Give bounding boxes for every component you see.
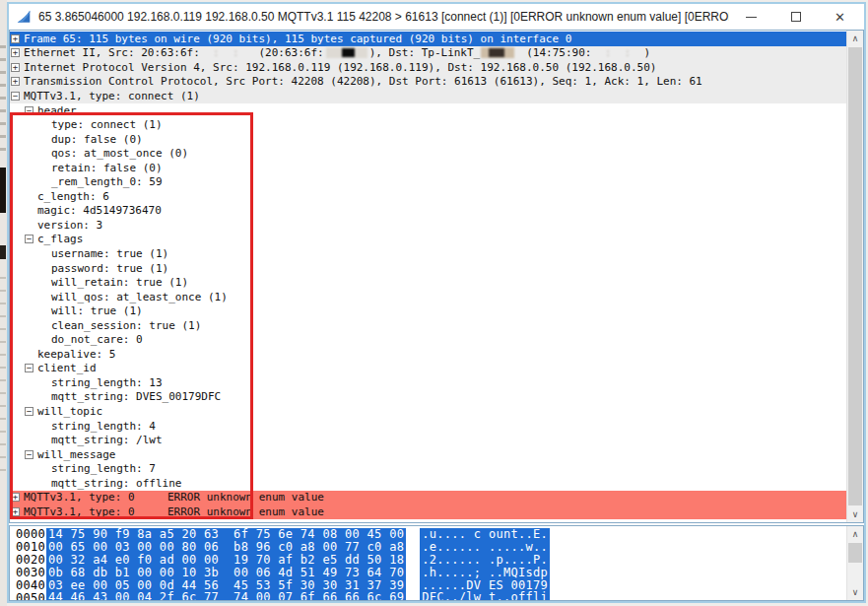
hex-row[interactable]: 00300b 68 db b1 00 00 10 3b 00 06 4d 51 … bbox=[10, 567, 846, 579]
hex-row[interactable]: 000014 75 90 f9 8a a5 20 63 6f 75 6e 74 … bbox=[10, 528, 846, 541]
hex-row[interactable]: 005044 46 43 00 04 2f 6c 77 74 00 07 6f … bbox=[10, 591, 846, 601]
tree-row[interactable]: qos: at_most_once (0) bbox=[10, 146, 846, 161]
tree-row[interactable]: mqtt_string: offline bbox=[10, 476, 846, 491]
tree-row[interactable]: do_not_care: 0 bbox=[10, 332, 846, 347]
tree-row-label: keepalive: 5 bbox=[37, 348, 115, 361]
hex-scrollbar[interactable]: ∧ ∨ bbox=[846, 526, 863, 600]
tree-row-label: clean_session: true (1) bbox=[51, 319, 201, 332]
tree-row[interactable]: will_retain: true (1) bbox=[10, 275, 846, 290]
tree-row-will-message[interactable]: −will_message bbox=[10, 447, 846, 462]
tree-row-label: will_topic bbox=[37, 405, 102, 418]
tree-row-client-id[interactable]: −client_id bbox=[10, 362, 846, 376]
expander-icon[interactable]: − bbox=[25, 450, 33, 459]
hex-offset: 0050 bbox=[16, 591, 46, 601]
expander-icon[interactable]: + bbox=[11, 63, 20, 72]
hex-ascii[interactable]: .u.... c ount..E. bbox=[420, 528, 550, 541]
hex-ascii[interactable]: DFC../lw t..offli bbox=[420, 591, 550, 601]
chevron-down-icon[interactable]: ∨ bbox=[847, 584, 863, 600]
tree-row[interactable]: keepalive: 5 bbox=[10, 347, 846, 362]
minimize-button[interactable] bbox=[729, 4, 773, 30]
tree-row-will-topic[interactable]: −will_topic bbox=[10, 404, 846, 419]
tree-row-label: retain: false (0) bbox=[51, 162, 163, 174]
tree-row-error[interactable]: +MQTTv3.1, type: 0ERROR unknown enum val… bbox=[10, 505, 846, 519]
redacted-area: : : bbox=[200, 46, 259, 59]
hex-ascii[interactable]: .h.....; ..MQIsdp bbox=[420, 567, 550, 579]
tree-row[interactable]: c_length: 6 bbox=[10, 189, 846, 204]
tree-row-label: will: true (1) bbox=[51, 304, 143, 317]
chevron-down-icon[interactable]: ∨ bbox=[847, 506, 863, 522]
tree-row-label: dup: false (0) bbox=[51, 133, 143, 146]
expander-icon[interactable]: − bbox=[25, 364, 33, 372]
tree-row[interactable]: version: 3 bbox=[10, 218, 846, 233]
tree-row-ethernet[interactable]: +Ethernet II, Src: 20:63:6f: : : (20:63:… bbox=[10, 46, 846, 61]
expander-icon[interactable]: − bbox=[25, 235, 33, 243]
tree-row-label: string_length: 4 bbox=[51, 420, 156, 433]
expander-icon[interactable]: + bbox=[11, 77, 20, 86]
maximize-button[interactable] bbox=[773, 4, 818, 30]
expander-icon[interactable]: + bbox=[11, 48, 20, 57]
tree-row-label: mqtt_string: offline bbox=[51, 477, 181, 490]
tree-row-label: will_qos: at_least_once (1) bbox=[51, 291, 228, 303]
tree-row-label: mqtt_string: DVES_00179DFC bbox=[51, 390, 221, 403]
tree-row-mqtt[interactable]: −MQTTv3.1, type: connect (1) bbox=[10, 89, 846, 103]
tree-row-label: MQTTv3.1, type: 0 bbox=[24, 491, 167, 504]
tree-row-label: c_flags bbox=[37, 233, 83, 245]
tree-row-label: ) bbox=[643, 46, 650, 59]
wireshark-icon bbox=[15, 8, 33, 26]
hex-bytes[interactable]: 0b 68 db b1 00 00 10 3b 00 06 4d 51 49 7… bbox=[46, 567, 406, 579]
tree-row-label: qos: at_most_once (0) bbox=[51, 147, 188, 160]
hex-bytes[interactable]: 00 65 00 03 00 00 80 06 b8 96 c0 a8 00 7… bbox=[46, 541, 406, 554]
background-text-fragments bbox=[0, 266, 6, 473]
hex-bytes[interactable]: 14 75 90 f9 8a a5 20 63 6f 75 6e 74 08 0… bbox=[46, 528, 406, 541]
tree-row[interactable]: magic: 4d5149736470 bbox=[10, 204, 846, 219]
tree-row-ip[interactable]: +Internet Protocol Version 4, Src: 192.1… bbox=[10, 60, 846, 75]
tree-row[interactable]: retain: false (0) bbox=[10, 161, 846, 175]
tree-row[interactable]: will: true (1) bbox=[10, 303, 846, 318]
tree-row[interactable]: clean_session: true (1) bbox=[10, 318, 846, 333]
hex-offset: 0000 bbox=[16, 527, 46, 541]
redacted-area bbox=[481, 47, 514, 58]
hex-bytes[interactable]: 00 32 a4 e0 f0 ad 00 00 19 70 af b2 e5 d… bbox=[46, 554, 406, 567]
packet-detail-window: 65 3.865046000 192.168.0.119 192.168.0.5… bbox=[7, 2, 866, 603]
scrollbar-thumb[interactable] bbox=[848, 47, 862, 505]
tree-row[interactable]: mqtt_string: /lwt bbox=[10, 433, 846, 447]
hex-ascii[interactable]: .e...... .....w.. bbox=[420, 541, 550, 554]
hex-dump-pane: 000014 75 90 f9 8a a5 20 63 6f 75 6e 74 … bbox=[9, 525, 864, 601]
tree-row-tcp[interactable]: +Transmission Control Protocol, Src Port… bbox=[10, 75, 846, 90]
expander-icon[interactable]: + bbox=[11, 34, 20, 43]
tree-row-error[interactable]: +MQTTv3.1, type: 0ERROR unknown enum val… bbox=[10, 491, 846, 505]
tree-rows: +Frame 65: 115 bytes on wire (920 bits),… bbox=[10, 32, 846, 519]
hex-ascii[interactable]: .2...... .p....P. bbox=[420, 554, 550, 567]
hex-row[interactable]: 001000 65 00 03 00 00 80 06 b8 96 c0 a8 … bbox=[10, 541, 846, 554]
expander-icon[interactable]: + bbox=[11, 493, 20, 502]
background-dark-block bbox=[0, 168, 6, 213]
tree-row[interactable]: dup: false (0) bbox=[10, 132, 846, 147]
tree-row[interactable]: string_length: 7 bbox=[10, 461, 846, 476]
close-button[interactable]: ✕ bbox=[818, 4, 862, 30]
background-window-sliver bbox=[0, 0, 7, 606]
expander-icon[interactable]: − bbox=[25, 106, 33, 115]
tree-row[interactable]: will_qos: at_least_once (1) bbox=[10, 290, 846, 304]
tree-row[interactable]: username: true (1) bbox=[10, 246, 846, 261]
expander-icon[interactable]: + bbox=[11, 507, 20, 516]
expander-icon[interactable]: − bbox=[11, 92, 20, 101]
tree-row[interactable]: type: connect (1) bbox=[10, 117, 846, 132]
tree-scrollbar[interactable]: ∧ ∨ bbox=[846, 31, 863, 522]
tree-row[interactable]: string_length: 4 bbox=[10, 419, 846, 434]
tree-row-frame[interactable]: +Frame 65: 115 bytes on wire (920 bits),… bbox=[10, 32, 846, 46]
hex-row[interactable]: 002000 32 a4 e0 f0 ad 00 00 19 70 af b2 … bbox=[10, 554, 846, 567]
expander-icon[interactable]: − bbox=[25, 407, 33, 416]
tree-row-header[interactable]: −header bbox=[10, 103, 846, 118]
tree-row[interactable]: string_length: 13 bbox=[10, 375, 846, 390]
hex-offset: 0030 bbox=[16, 566, 46, 579]
tree-row[interactable]: password: true (1) bbox=[10, 261, 846, 276]
chevron-up-icon[interactable]: ∧ bbox=[847, 31, 863, 46]
tree-row[interactable]: mqtt_string: DVES_00179DFC bbox=[10, 390, 846, 405]
tree-row-label: string_length: 7 bbox=[51, 462, 156, 475]
hex-bytes[interactable]: 44 46 43 00 04 2f 6c 77 74 00 07 6f 66 6… bbox=[46, 591, 406, 601]
tree-row-label: MQTTv3.1, type: 0 bbox=[24, 505, 167, 518]
scrollbar-thumb[interactable] bbox=[848, 543, 862, 563]
chevron-up-icon[interactable]: ∧ bbox=[847, 526, 863, 542]
tree-row-cflags[interactable]: −c_flags bbox=[10, 233, 846, 247]
tree-row[interactable]: _rem_length_0: 59 bbox=[10, 174, 846, 189]
